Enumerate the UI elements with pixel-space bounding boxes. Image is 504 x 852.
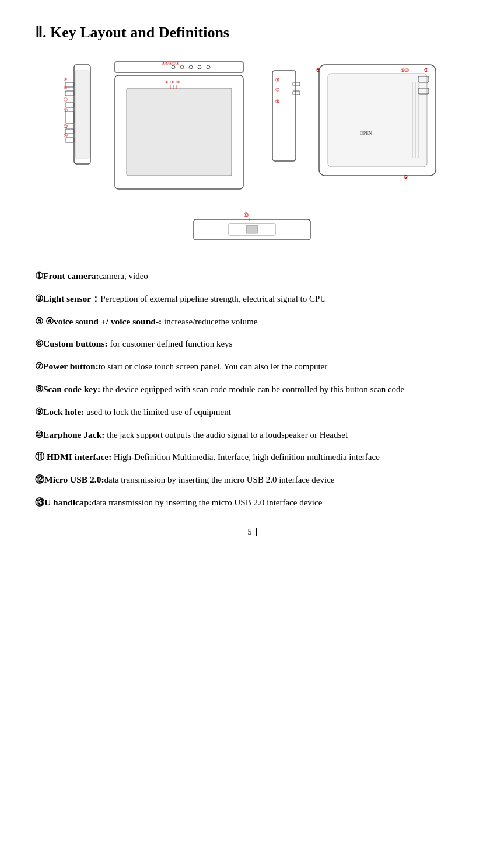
svg-rect-14 xyxy=(115,62,243,72)
svg-text:OPEN: OPEN xyxy=(360,131,372,136)
content-list: ①Front camera:camera, video ③Light senso… xyxy=(35,269,469,510)
item-9: ⑨Lock hole: used to lock the limited use… xyxy=(35,405,469,420)
item-1-number: ① xyxy=(35,271,43,281)
svg-rect-13 xyxy=(75,71,89,158)
item-8-label: Scan code key: xyxy=(43,384,100,394)
svg-rect-36 xyxy=(328,74,427,167)
item-9-number: ⑨ xyxy=(35,407,43,417)
svg-text:⑯: ⑯ xyxy=(275,78,279,82)
item-11-label: HDMI interface: xyxy=(44,452,111,462)
item-8: ⑧Scan code key: the device equipped with… xyxy=(35,382,469,397)
svg-text:㉒: ㉒ xyxy=(316,68,320,73)
item-3-description: Perception of external pipeline strength… xyxy=(100,294,326,303)
item-6-label: Custom buttons: xyxy=(43,338,108,348)
page-footer: 5 xyxy=(35,528,469,537)
svg-text:⑰: ⑰ xyxy=(275,88,279,92)
item-3: ③Light sensor：Perception of external pip… xyxy=(35,292,469,306)
page-number: 5 xyxy=(248,528,252,537)
item-10-label: Earphone Jack: xyxy=(43,430,105,439)
svg-rect-4 xyxy=(65,111,74,123)
svg-text:④⑤⑥⑦⑧: ④⑤⑥⑦⑧ xyxy=(162,61,179,66)
item-12-number: ⑫ xyxy=(35,474,44,484)
item-54-description: increase/reducethe volume xyxy=(162,317,257,326)
svg-rect-49 xyxy=(246,225,258,233)
right-side-view-1: ⑯ ⑰ ⑱ xyxy=(261,59,307,176)
svg-text:㉑: ㉑ xyxy=(424,68,428,73)
svg-point-18 xyxy=(198,65,201,69)
item-54-label: voice sound +/ voice sound-: xyxy=(54,316,162,326)
item-3-label: Light sensor： xyxy=(43,294,100,303)
item-7-label: Power button: xyxy=(43,361,99,371)
svg-text:㉓: ㉓ xyxy=(404,175,408,180)
svg-text:⑬: ⑬ xyxy=(64,124,68,129)
item-1: ①Front camera:camera, video xyxy=(35,269,469,284)
page-title: Ⅱ. Key Layout and Definitions xyxy=(35,23,469,41)
left-side-diagram: ⑨ ⑩ ⑪ ⑫ ⑬ ⑭ xyxy=(62,59,97,176)
svg-text:⑱: ⑱ xyxy=(275,99,279,104)
item-10-number: ⑩ xyxy=(35,430,43,439)
svg-point-19 xyxy=(206,65,210,69)
item-13-description: data transmission by inserting the micro… xyxy=(92,498,322,507)
svg-rect-6 xyxy=(65,138,74,142)
svg-rect-22 xyxy=(127,88,232,176)
svg-point-17 xyxy=(189,65,192,69)
svg-text:⑲: ⑲ xyxy=(244,212,249,218)
svg-rect-29 xyxy=(272,71,296,161)
item-11-number: ⑪ xyxy=(35,452,44,462)
item-13-number: ⑬ xyxy=(35,497,44,507)
item-11: ⑪ HDMI interface: High-Definition Multim… xyxy=(35,450,469,465)
item-10: ⑩Earphone Jack: the jack support outputs… xyxy=(35,428,469,442)
item-7-number: ⑦ xyxy=(35,361,43,371)
item-11-description: High-Definition Multimedia, Interface, h… xyxy=(111,452,379,462)
svg-rect-3 xyxy=(65,103,74,107)
item-3-number: ③ xyxy=(35,294,43,303)
bottom-view-diagram: ⑲ xyxy=(188,211,316,252)
item-6: ⑥Custom buttons: for customer defined fu… xyxy=(35,337,469,351)
item-8-description: the device equipped with scan code modul… xyxy=(100,385,404,394)
item-12: ⑫Micro USB 2.0:data transmission by inse… xyxy=(35,473,469,487)
item-5-4: ⑤ ④voice sound +/ voice sound-: increase… xyxy=(35,315,469,329)
svg-text:⑫: ⑫ xyxy=(64,108,68,113)
svg-text:①: ① xyxy=(164,80,168,85)
svg-text:⑮⑳: ⑮⑳ xyxy=(401,68,409,73)
item-13-label: U handicap: xyxy=(44,497,92,507)
item-12-label: Micro USB 2.0: xyxy=(44,474,104,484)
svg-rect-34 xyxy=(293,91,300,95)
svg-text:⑩: ⑩ xyxy=(64,86,67,90)
svg-rect-33 xyxy=(293,82,300,86)
item-12-description: data transmission by inserting the micro… xyxy=(104,475,335,484)
item-54-number: ⑤ ④ xyxy=(35,316,54,326)
svg-rect-2 xyxy=(65,91,74,96)
diagram-bottom: ⑲ xyxy=(35,211,469,252)
page-divider xyxy=(256,528,257,536)
svg-text:⑪: ⑪ xyxy=(64,97,68,102)
item-1-label: Front camera: xyxy=(43,271,99,281)
item-13: ⑬U handicap:data transmission by inserti… xyxy=(35,495,469,510)
item-9-description: used to lock the limited use of equipmen… xyxy=(84,407,231,417)
item-1-description: camera, video xyxy=(99,271,148,281)
back-view-diagram: OPEN ⑮⑳ ㉑ ㉒ ㉓ xyxy=(313,59,442,187)
item-10-description: the jack support outputs the audio signa… xyxy=(105,430,348,439)
item-6-number: ⑥ xyxy=(35,338,43,348)
item-7: ⑦Power button:to start or close touch sc… xyxy=(35,359,469,374)
svg-text:⑭: ⑭ xyxy=(64,133,68,138)
item-8-number: ⑧ xyxy=(35,384,43,394)
svg-text:⑨: ⑨ xyxy=(64,77,67,82)
diagram-row-main: ⑨ ⑩ ⑪ ⑫ ⑬ ⑭ ④⑤⑥⑦⑧ ① ② ③ ⑯ ⑰ xyxy=(35,59,469,205)
svg-text:②: ② xyxy=(170,80,174,85)
svg-text:③: ③ xyxy=(176,80,180,85)
center-front-diagram: ④⑤⑥⑦⑧ ① ② ③ xyxy=(103,59,255,205)
svg-point-16 xyxy=(180,65,184,69)
item-6-description: for customer defined function keys xyxy=(108,339,233,348)
item-7-description: to start or close touch screen panel. Yo… xyxy=(99,362,327,371)
item-9-label: Lock hole: xyxy=(43,407,84,417)
